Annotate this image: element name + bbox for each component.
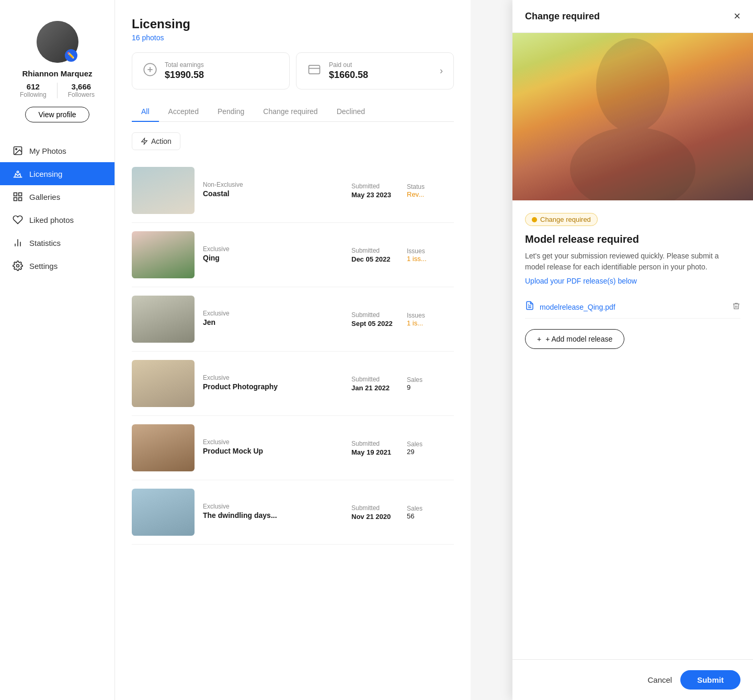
chart-icon: [13, 238, 23, 248]
photo-submitted-label: Submitted: [351, 311, 398, 319]
total-earnings-label: Total earnings: [165, 61, 204, 69]
table-row[interactable]: Exclusive Product Mock Up Submitted May …: [132, 416, 454, 480]
panel-description: Let's get your submission reviewed quick…: [525, 251, 740, 273]
tab-pending[interactable]: Pending: [208, 102, 254, 122]
paid-out-card[interactable]: Paid out $1660.58 ›: [296, 52, 454, 89]
photo-status-col: Issues 1 is...: [407, 312, 454, 327]
action-label: Action: [151, 137, 172, 145]
following-stat: 612 Following: [20, 82, 47, 98]
following-count: 612: [27, 82, 40, 91]
photo-type: Non-Exclusive: [203, 181, 343, 188]
photo-date-col: Submitted May 23 2023: [351, 183, 398, 199]
paid-out-info: Paid out $1660.58: [329, 61, 368, 81]
user-stats: 612 Following 3,666 Followers: [20, 82, 95, 98]
photo-date: Jan 21 2022: [351, 384, 398, 392]
table-row[interactable]: Exclusive Qing Submitted Dec 05 2022 Iss…: [132, 223, 454, 287]
sidebar-item-settings[interactable]: Settings: [0, 254, 115, 277]
file-name[interactable]: modelrelease_Qing.pdf: [540, 303, 727, 311]
table-row[interactable]: Exclusive Jen Submitted Sept 05 2022 Iss…: [132, 287, 454, 352]
photo-list: Non-Exclusive Coastal Submitted May 23 2…: [132, 159, 454, 545]
photo-status-label: Issues: [407, 247, 454, 255]
photo-status-value: 9: [407, 383, 454, 391]
photo-type-name-col: Non-Exclusive Coastal: [203, 181, 343, 200]
paid-out-value: $1660.58: [329, 70, 368, 81]
sidebar-item-liked-photos-label: Liked photos: [29, 216, 74, 224]
sidebar-item-licensing[interactable]: Licensing: [0, 162, 115, 185]
photo-status-label: Sales: [407, 441, 454, 448]
user-name: Rhiannon Marquez: [22, 69, 92, 78]
photo-status-label: Issues: [407, 312, 454, 319]
svg-point-2: [17, 171, 18, 173]
panel-title: Change required: [525, 11, 600, 22]
photo-icon: [13, 145, 23, 156]
photo-thumbnail-qing: [132, 231, 195, 278]
action-bar: Action: [132, 132, 454, 150]
add-release-label: + Add model release: [545, 335, 612, 343]
table-row[interactable]: Non-Exclusive Coastal Submitted May 23 2…: [132, 159, 454, 223]
submit-button[interactable]: Submit: [680, 670, 740, 690]
sidebar-item-liked-photos[interactable]: Liked photos: [0, 208, 115, 231]
file-row: modelrelease_Qing.pdf: [525, 296, 740, 319]
photo-thumbnail-dwindling: [132, 489, 195, 536]
panel-overlay: Change required × Change required Model …: [512, 0, 753, 700]
paidout-icon: [307, 62, 322, 80]
photo-submitted-label: Submitted: [351, 247, 398, 254]
photo-type-name-col: Exclusive The dwindling days...: [203, 503, 343, 522]
photo-status-label: Sales: [407, 505, 454, 512]
sidebar-item-statistics-label: Statistics: [29, 239, 61, 247]
svg-rect-5: [14, 198, 17, 201]
photo-date-col: Submitted Nov 21 2020: [351, 504, 398, 521]
svg-rect-6: [19, 198, 22, 201]
svg-rect-4: [19, 193, 22, 196]
tabs: All Accepted Pending Change required Dec…: [132, 102, 454, 122]
followers-label: Followers: [68, 91, 95, 98]
paid-out-label: Paid out: [329, 61, 368, 69]
tab-declined[interactable]: Declined: [327, 102, 374, 122]
sidebar-item-statistics[interactable]: Statistics: [0, 231, 115, 254]
panel-section-title: Model release required: [525, 233, 740, 245]
photo-status-value: 56: [407, 512, 454, 520]
sidebar-item-galleries[interactable]: Galleries: [0, 185, 115, 208]
sidebar-item-galleries-label: Galleries: [29, 193, 60, 201]
svg-marker-14: [142, 138, 147, 144]
delete-file-icon[interactable]: [732, 302, 740, 312]
svg-point-10: [17, 265, 19, 267]
photo-name: Product Mock Up: [203, 447, 343, 455]
tab-accepted[interactable]: Accepted: [159, 102, 208, 122]
avatar-container: ✏️: [37, 21, 78, 63]
photo-thumbnail-mockup: [132, 424, 195, 471]
tab-change-required[interactable]: Change required: [254, 102, 327, 122]
close-button[interactable]: ×: [734, 10, 740, 22]
photo-date: Nov 21 2020: [351, 513, 398, 521]
photo-count: 16 photos: [132, 33, 454, 42]
photo-status-value: Rev...: [407, 190, 454, 198]
chevron-right-icon: ›: [440, 65, 443, 76]
photo-status-col: Status Rev...: [407, 183, 454, 198]
table-row[interactable]: Exclusive Product Photography Submitted …: [132, 352, 454, 416]
photo-type: Exclusive: [203, 438, 343, 446]
add-model-release-button[interactable]: + + Add model release: [525, 329, 624, 349]
panel-header: Change required ×: [512, 0, 753, 33]
photo-status-col: Issues 1 iss...: [407, 247, 454, 263]
view-profile-button[interactable]: View profile: [25, 107, 89, 122]
edit-avatar-badge[interactable]: ✏️: [65, 49, 77, 62]
add-release-icon: +: [537, 335, 541, 343]
table-row[interactable]: Exclusive The dwindling days... Submitte…: [132, 480, 454, 545]
photo-name: Product Photography: [203, 382, 343, 391]
change-required-panel: Change required × Change required Model …: [512, 0, 753, 700]
upload-link[interactable]: Upload your PDF release(s) below: [525, 277, 740, 285]
photo-status-col: Sales 29: [407, 441, 454, 456]
photo-thumbnail-product: [132, 360, 195, 407]
tab-all[interactable]: All: [132, 102, 159, 122]
cancel-button[interactable]: Cancel: [647, 675, 672, 684]
photo-name: The dwindling days...: [203, 511, 343, 520]
heart-icon: [13, 214, 23, 225]
action-button[interactable]: Action: [132, 132, 180, 150]
sidebar-item-settings-label: Settings: [29, 262, 58, 270]
photo-type: Exclusive: [203, 245, 343, 253]
svg-point-1: [16, 149, 17, 150]
photo-date-col: Submitted Sept 05 2022: [351, 311, 398, 328]
sidebar-item-my-photos-label: My Photos: [29, 146, 66, 155]
sidebar-item-my-photos[interactable]: My Photos: [0, 139, 115, 162]
photo-date: May 23 2023: [351, 191, 398, 199]
